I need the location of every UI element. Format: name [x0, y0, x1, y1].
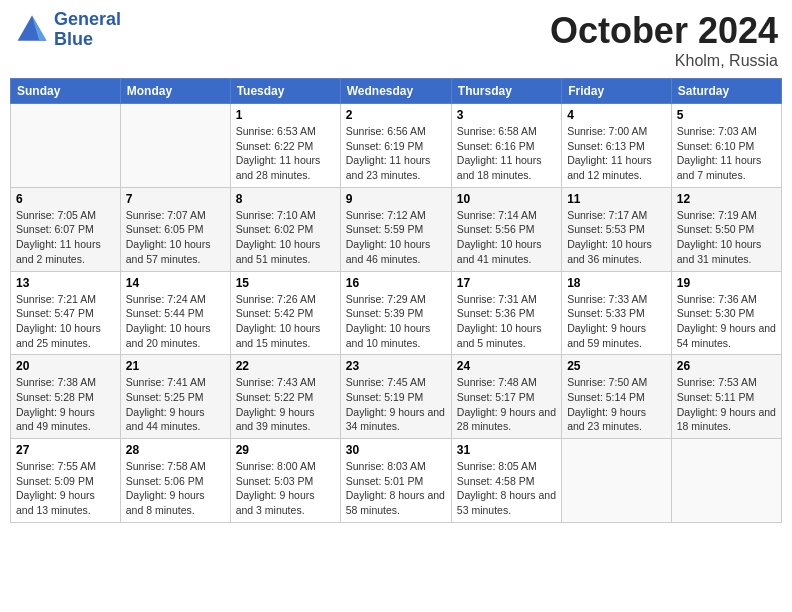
- logo-icon: [14, 12, 50, 48]
- weekday-header: Tuesday: [230, 79, 340, 104]
- day-number: 7: [126, 192, 225, 206]
- calendar-cell: 4Sunrise: 7:00 AMSunset: 6:13 PMDaylight…: [562, 104, 672, 188]
- calendar-cell: 24Sunrise: 7:48 AMSunset: 5:17 PMDayligh…: [451, 355, 561, 439]
- location: Kholm, Russia: [550, 52, 778, 70]
- calendar-week-row: 20Sunrise: 7:38 AMSunset: 5:28 PMDayligh…: [11, 355, 782, 439]
- calendar-cell: 12Sunrise: 7:19 AMSunset: 5:50 PMDayligh…: [671, 187, 781, 271]
- day-number: 9: [346, 192, 446, 206]
- logo-text: General Blue: [54, 10, 121, 50]
- calendar-cell: [11, 104, 121, 188]
- weekday-header: Monday: [120, 79, 230, 104]
- calendar-cell: 13Sunrise: 7:21 AMSunset: 5:47 PMDayligh…: [11, 271, 121, 355]
- calendar-cell: 18Sunrise: 7:33 AMSunset: 5:33 PMDayligh…: [562, 271, 672, 355]
- day-info: Sunrise: 7:41 AMSunset: 5:25 PMDaylight:…: [126, 375, 225, 434]
- day-number: 26: [677, 359, 776, 373]
- day-info: Sunrise: 7:36 AMSunset: 5:30 PMDaylight:…: [677, 292, 776, 351]
- calendar-week-row: 27Sunrise: 7:55 AMSunset: 5:09 PMDayligh…: [11, 439, 782, 523]
- weekday-header: Saturday: [671, 79, 781, 104]
- calendar-cell: 5Sunrise: 7:03 AMSunset: 6:10 PMDaylight…: [671, 104, 781, 188]
- day-info: Sunrise: 7:21 AMSunset: 5:47 PMDaylight:…: [16, 292, 115, 351]
- calendar-cell: 29Sunrise: 8:00 AMSunset: 5:03 PMDayligh…: [230, 439, 340, 523]
- weekday-header: Wednesday: [340, 79, 451, 104]
- calendar-cell: [562, 439, 672, 523]
- day-info: Sunrise: 7:19 AMSunset: 5:50 PMDaylight:…: [677, 208, 776, 267]
- calendar-cell: 19Sunrise: 7:36 AMSunset: 5:30 PMDayligh…: [671, 271, 781, 355]
- calendar-cell: [120, 104, 230, 188]
- calendar-cell: 2Sunrise: 6:56 AMSunset: 6:19 PMDaylight…: [340, 104, 451, 188]
- day-number: 25: [567, 359, 666, 373]
- day-number: 15: [236, 276, 335, 290]
- day-info: Sunrise: 7:43 AMSunset: 5:22 PMDaylight:…: [236, 375, 335, 434]
- day-info: Sunrise: 7:05 AMSunset: 6:07 PMDaylight:…: [16, 208, 115, 267]
- calendar-cell: 16Sunrise: 7:29 AMSunset: 5:39 PMDayligh…: [340, 271, 451, 355]
- weekday-header: Thursday: [451, 79, 561, 104]
- day-info: Sunrise: 7:55 AMSunset: 5:09 PMDaylight:…: [16, 459, 115, 518]
- day-info: Sunrise: 7:38 AMSunset: 5:28 PMDaylight:…: [16, 375, 115, 434]
- calendar-cell: 17Sunrise: 7:31 AMSunset: 5:36 PMDayligh…: [451, 271, 561, 355]
- day-info: Sunrise: 7:10 AMSunset: 6:02 PMDaylight:…: [236, 208, 335, 267]
- day-number: 8: [236, 192, 335, 206]
- calendar-cell: 31Sunrise: 8:05 AMSunset: 4:58 PMDayligh…: [451, 439, 561, 523]
- day-number: 13: [16, 276, 115, 290]
- day-number: 5: [677, 108, 776, 122]
- day-info: Sunrise: 7:33 AMSunset: 5:33 PMDaylight:…: [567, 292, 666, 351]
- day-info: Sunrise: 6:53 AMSunset: 6:22 PMDaylight:…: [236, 124, 335, 183]
- day-info: Sunrise: 7:48 AMSunset: 5:17 PMDaylight:…: [457, 375, 556, 434]
- calendar-week-row: 13Sunrise: 7:21 AMSunset: 5:47 PMDayligh…: [11, 271, 782, 355]
- day-number: 6: [16, 192, 115, 206]
- day-info: Sunrise: 7:00 AMSunset: 6:13 PMDaylight:…: [567, 124, 666, 183]
- calendar-cell: 26Sunrise: 7:53 AMSunset: 5:11 PMDayligh…: [671, 355, 781, 439]
- day-info: Sunrise: 7:17 AMSunset: 5:53 PMDaylight:…: [567, 208, 666, 267]
- day-info: Sunrise: 6:58 AMSunset: 6:16 PMDaylight:…: [457, 124, 556, 183]
- day-number: 2: [346, 108, 446, 122]
- day-info: Sunrise: 7:03 AMSunset: 6:10 PMDaylight:…: [677, 124, 776, 183]
- weekday-header: Friday: [562, 79, 672, 104]
- day-info: Sunrise: 7:31 AMSunset: 5:36 PMDaylight:…: [457, 292, 556, 351]
- calendar-cell: 21Sunrise: 7:41 AMSunset: 5:25 PMDayligh…: [120, 355, 230, 439]
- page-header: General Blue October 2024 Kholm, Russia: [10, 10, 782, 70]
- calendar-cell: 15Sunrise: 7:26 AMSunset: 5:42 PMDayligh…: [230, 271, 340, 355]
- calendar-week-row: 1Sunrise: 6:53 AMSunset: 6:22 PMDaylight…: [11, 104, 782, 188]
- calendar-cell: 14Sunrise: 7:24 AMSunset: 5:44 PMDayligh…: [120, 271, 230, 355]
- day-number: 24: [457, 359, 556, 373]
- day-info: Sunrise: 7:50 AMSunset: 5:14 PMDaylight:…: [567, 375, 666, 434]
- day-info: Sunrise: 7:14 AMSunset: 5:56 PMDaylight:…: [457, 208, 556, 267]
- calendar-week-row: 6Sunrise: 7:05 AMSunset: 6:07 PMDaylight…: [11, 187, 782, 271]
- day-info: Sunrise: 6:56 AMSunset: 6:19 PMDaylight:…: [346, 124, 446, 183]
- day-number: 4: [567, 108, 666, 122]
- day-info: Sunrise: 8:05 AMSunset: 4:58 PMDaylight:…: [457, 459, 556, 518]
- day-number: 29: [236, 443, 335, 457]
- calendar-cell: 11Sunrise: 7:17 AMSunset: 5:53 PMDayligh…: [562, 187, 672, 271]
- day-number: 12: [677, 192, 776, 206]
- day-info: Sunrise: 8:03 AMSunset: 5:01 PMDaylight:…: [346, 459, 446, 518]
- day-number: 31: [457, 443, 556, 457]
- day-info: Sunrise: 7:45 AMSunset: 5:19 PMDaylight:…: [346, 375, 446, 434]
- calendar-cell: 25Sunrise: 7:50 AMSunset: 5:14 PMDayligh…: [562, 355, 672, 439]
- logo: General Blue: [14, 10, 121, 50]
- calendar-cell: 20Sunrise: 7:38 AMSunset: 5:28 PMDayligh…: [11, 355, 121, 439]
- calendar-cell: 30Sunrise: 8:03 AMSunset: 5:01 PMDayligh…: [340, 439, 451, 523]
- calendar-cell: 3Sunrise: 6:58 AMSunset: 6:16 PMDaylight…: [451, 104, 561, 188]
- day-info: Sunrise: 7:29 AMSunset: 5:39 PMDaylight:…: [346, 292, 446, 351]
- day-info: Sunrise: 7:12 AMSunset: 5:59 PMDaylight:…: [346, 208, 446, 267]
- day-number: 19: [677, 276, 776, 290]
- calendar-cell: 23Sunrise: 7:45 AMSunset: 5:19 PMDayligh…: [340, 355, 451, 439]
- day-number: 16: [346, 276, 446, 290]
- day-info: Sunrise: 7:24 AMSunset: 5:44 PMDaylight:…: [126, 292, 225, 351]
- weekday-header: Sunday: [11, 79, 121, 104]
- month-title: October 2024: [550, 10, 778, 52]
- day-info: Sunrise: 8:00 AMSunset: 5:03 PMDaylight:…: [236, 459, 335, 518]
- day-number: 14: [126, 276, 225, 290]
- day-number: 20: [16, 359, 115, 373]
- calendar-cell: 7Sunrise: 7:07 AMSunset: 6:05 PMDaylight…: [120, 187, 230, 271]
- calendar-cell: 1Sunrise: 6:53 AMSunset: 6:22 PMDaylight…: [230, 104, 340, 188]
- day-number: 10: [457, 192, 556, 206]
- day-number: 11: [567, 192, 666, 206]
- day-number: 17: [457, 276, 556, 290]
- calendar-cell: 27Sunrise: 7:55 AMSunset: 5:09 PMDayligh…: [11, 439, 121, 523]
- calendar-cell: 28Sunrise: 7:58 AMSunset: 5:06 PMDayligh…: [120, 439, 230, 523]
- day-info: Sunrise: 7:07 AMSunset: 6:05 PMDaylight:…: [126, 208, 225, 267]
- day-number: 18: [567, 276, 666, 290]
- calendar-cell: 6Sunrise: 7:05 AMSunset: 6:07 PMDaylight…: [11, 187, 121, 271]
- day-number: 23: [346, 359, 446, 373]
